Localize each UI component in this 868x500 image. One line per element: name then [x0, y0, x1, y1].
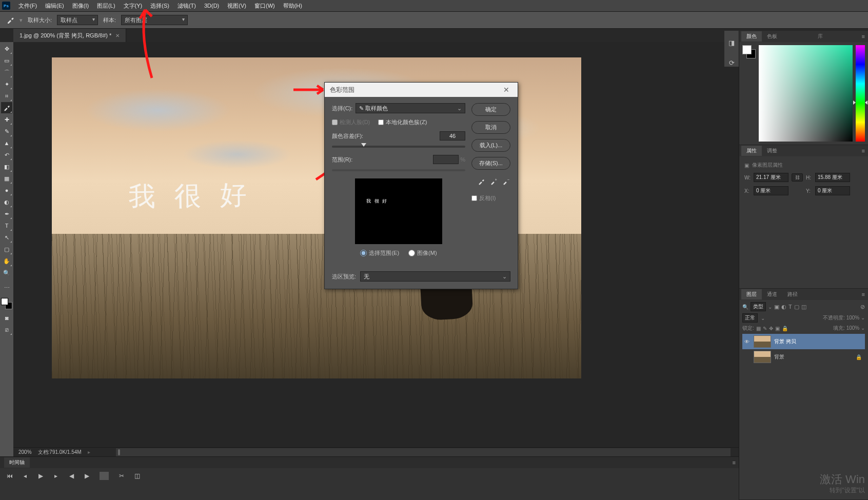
filter-type-icon[interactable]: T [788, 304, 792, 310]
radio-selection[interactable]: 选择范围(E) [360, 249, 399, 257]
pen-tool[interactable]: ✒ [1, 208, 12, 219]
tab-libraries[interactable]: 库 [813, 31, 828, 42]
next-frame-icon[interactable]: ▸ [51, 472, 61, 479]
blur-tool[interactable]: ● [1, 185, 12, 196]
stamp-tool[interactable]: ▲ [1, 137, 12, 149]
lock-nest-icon[interactable]: ▣ [775, 326, 780, 331]
eraser-tool[interactable]: ◧ [1, 161, 12, 172]
blend-mode-select[interactable]: 正常 [742, 313, 758, 323]
filter-pixel-icon[interactable]: ▣ [774, 304, 779, 310]
menu-3d[interactable]: 3D(D) [200, 1, 223, 10]
menu-layer[interactable]: 图层(L) [93, 1, 119, 11]
visibility-icon[interactable]: 👁 [743, 339, 751, 345]
fuzziness-input[interactable] [440, 131, 465, 141]
invert-checkbox[interactable]: 反相(I) [471, 194, 510, 202]
load-button[interactable]: 载入(L)... [471, 139, 510, 152]
panel-menu-icon[interactable]: ≡ [729, 459, 739, 466]
lock-trans-icon[interactable]: ▦ [756, 326, 761, 331]
radio-image[interactable]: 图像(M) [408, 249, 437, 257]
cancel-button[interactable]: 取消 [471, 121, 510, 134]
menu-view[interactable]: 视图(V) [223, 1, 250, 11]
marquee-tool[interactable]: ▭ [1, 55, 12, 66]
panel-color-swatches[interactable] [742, 45, 756, 58]
x-input[interactable] [754, 186, 788, 195]
edit-toolbar[interactable]: ⋯ [1, 282, 12, 293]
hand-tool[interactable]: ✋ [1, 255, 12, 267]
fuzziness-slider[interactable] [332, 146, 465, 148]
play-icon[interactable]: ▶ [36, 472, 45, 479]
gradient-tool[interactable]: ▦ [1, 173, 12, 184]
panel-menu-icon[interactable]: ≡ [859, 148, 868, 154]
layer-name[interactable]: 背景 [774, 353, 784, 361]
menu-filter[interactable]: 滤镜(T) [173, 1, 200, 11]
link-icon[interactable]: ⛓ [792, 173, 803, 182]
tab-color[interactable]: 颜色 [741, 31, 762, 42]
fill-value[interactable]: 100% [846, 325, 860, 331]
transition-icon[interactable]: ◫ [132, 472, 142, 479]
tab-layers[interactable]: 图层 [741, 289, 762, 299]
move-tool[interactable]: ✥ [1, 43, 12, 54]
first-frame-icon[interactable]: ⏮ [5, 472, 14, 479]
hue-slider[interactable] [856, 45, 865, 142]
filter-shape-icon[interactable]: ▢ [794, 304, 799, 310]
ok-button[interactable]: 确定 [471, 103, 510, 116]
h-scrollbar[interactable] [116, 448, 731, 456]
dialog-titlebar[interactable]: 色彩范围 ✕ [325, 83, 518, 97]
filter-smart-icon[interactable]: ◫ [801, 304, 806, 310]
lock-paint-icon[interactable]: ✎ [763, 326, 767, 331]
color-field[interactable] [759, 45, 853, 142]
shape-tool[interactable]: ▢ [1, 244, 12, 255]
eyedropper-subtract-icon[interactable]: − [501, 177, 510, 186]
width-input[interactable] [754, 173, 788, 182]
layer-name[interactable]: 背景 拷贝 [774, 338, 796, 345]
layer-item-copy[interactable]: 👁 背景 拷贝 [742, 334, 865, 349]
layer-item-background[interactable]: 👁 背景 🔒 [742, 349, 865, 365]
save-button[interactable]: 存储(S)... [471, 157, 510, 170]
eyedropper-tool[interactable] [1, 102, 12, 113]
crop-tool[interactable]: ⌗ [1, 90, 12, 102]
panel-menu-icon[interactable]: ≡ [859, 291, 868, 297]
dialog-close-button[interactable]: ✕ [500, 86, 512, 94]
eyedropper-add-icon[interactable]: + [489, 177, 498, 186]
dodge-tool[interactable]: ◐ [1, 196, 12, 208]
zoom-tool[interactable]: 🔍 [1, 267, 12, 278]
lasso-tool[interactable]: ⌒ [1, 67, 12, 78]
opacity-value[interactable]: 100% [846, 315, 860, 321]
type-tool[interactable]: T [1, 220, 12, 231]
y-input[interactable] [815, 186, 850, 195]
sample-size-select[interactable]: 取样点 [57, 15, 98, 25]
zoom-level[interactable]: 200% [18, 449, 32, 455]
quick-mask[interactable]: ◙ [1, 312, 12, 324]
selection-preview-dropdown[interactable]: 无 [360, 271, 510, 282]
eyedropper-icon[interactable] [6, 16, 14, 24]
layer-filter-kind[interactable]: 类型 [751, 302, 766, 311]
sample-select[interactable]: 所有图层 [121, 15, 188, 25]
tab-paths[interactable]: 路径 [782, 289, 803, 299]
next-keyframe-icon[interactable]: ▶ [82, 472, 91, 479]
history-panel-icon[interactable]: ◨ [728, 39, 735, 47]
history-brush-tool[interactable]: ↶ [1, 149, 12, 161]
document-tab[interactable]: 1.jpg @ 200% (背景 拷贝, RGB/8#) * ✕ [13, 29, 126, 42]
tab-timeline[interactable]: 时间轴 [4, 457, 30, 468]
screen-mode[interactable]: ⎚ [1, 324, 12, 335]
eyedropper-sample-icon[interactable] [477, 177, 486, 186]
path-select-tool[interactable]: ↖ [1, 232, 12, 243]
menu-window[interactable]: 窗口(W) [250, 1, 279, 11]
menu-type[interactable]: 文字(Y) [120, 1, 147, 11]
magic-wand-tool[interactable]: ✦ [1, 78, 12, 90]
tab-swatches[interactable]: 色板 [762, 31, 782, 42]
select-dropdown[interactable]: ✎ 取样颜色 [356, 103, 465, 113]
filter-toggle[interactable]: ⊘ [860, 304, 865, 310]
panel-menu-icon[interactable]: ≡ [859, 33, 868, 39]
height-input[interactable] [815, 173, 850, 182]
lock-pos-icon[interactable]: ✥ [769, 326, 773, 331]
tab-channels[interactable]: 通道 [762, 289, 782, 299]
prev-keyframe-icon[interactable]: ◀ [67, 472, 76, 479]
menu-select[interactable]: 选择(S) [146, 1, 173, 11]
menu-help[interactable]: 帮助(H) [279, 1, 306, 11]
menu-image[interactable]: 图像(I) [68, 1, 93, 11]
libraries-panel-icon[interactable]: ⟳ [729, 59, 735, 67]
healing-tool[interactable]: ✚ [1, 114, 12, 125]
localized-checkbox[interactable]: 本地化颜色簇(Z) [378, 118, 427, 126]
filter-adjust-icon[interactable]: ◐ [781, 304, 786, 310]
